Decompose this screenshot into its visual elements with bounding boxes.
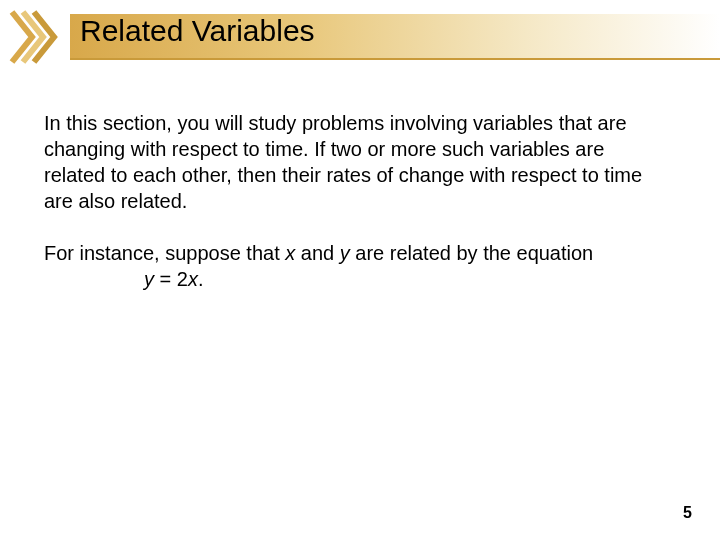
- eq-eq: = 2: [154, 268, 188, 290]
- p2-pre: For instance, suppose that: [44, 242, 285, 264]
- paragraph-1: In this section, you will study problems…: [44, 110, 660, 214]
- page-number: 5: [683, 504, 692, 522]
- p2-var-y: y: [340, 242, 350, 264]
- p2-mid: and: [295, 242, 339, 264]
- content-area: In this section, you will study problems…: [44, 110, 660, 318]
- chevron-icon: [8, 8, 66, 66]
- p2-post: are related by the equation: [350, 242, 594, 264]
- equation: y = 2x.: [44, 266, 660, 292]
- p2-var-x: x: [285, 242, 295, 264]
- page-title: Related Variables: [80, 14, 315, 48]
- paragraph-2: For instance, suppose that x and y are r…: [44, 240, 660, 292]
- eq-lhs: y: [144, 268, 154, 290]
- eq-rhs: x: [188, 268, 198, 290]
- eq-end: .: [198, 268, 204, 290]
